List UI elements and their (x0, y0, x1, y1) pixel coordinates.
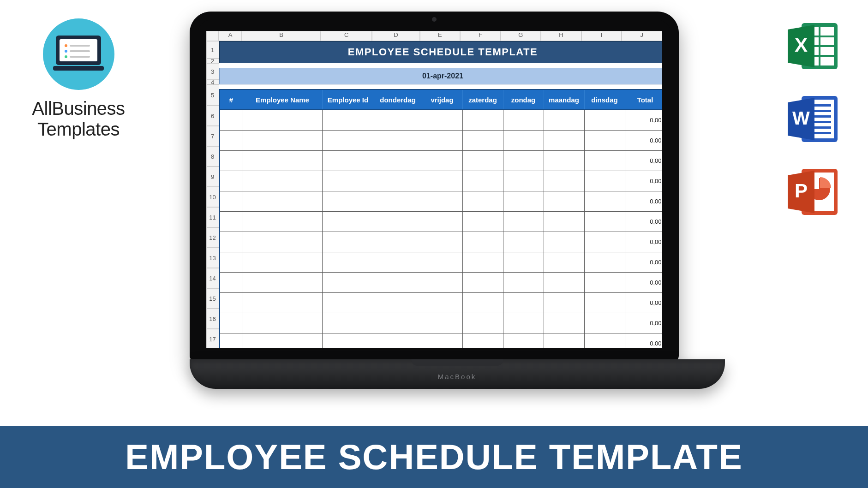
cell[interactable] (422, 293, 463, 313)
cell[interactable] (323, 313, 374, 333)
cell[interactable] (544, 191, 585, 211)
cell[interactable] (585, 293, 625, 313)
table-row[interactable]: 0,00 (220, 151, 662, 171)
col-header-H[interactable]: H (541, 31, 581, 41)
row-header-16[interactable]: 16 (206, 309, 219, 329)
table-row[interactable]: 0,00 (220, 252, 662, 273)
cell[interactable] (374, 333, 422, 348)
cell[interactable] (374, 273, 422, 292)
cell[interactable] (585, 212, 625, 232)
cell[interactable] (422, 110, 463, 130)
cell[interactable] (503, 212, 544, 232)
cell[interactable] (243, 151, 323, 171)
cell-total[interactable]: 0,00 (625, 171, 662, 191)
row-header-5[interactable]: 5 (206, 84, 219, 106)
cell[interactable] (422, 252, 463, 272)
cell[interactable] (422, 273, 463, 292)
cell[interactable] (585, 171, 625, 191)
cell[interactable] (585, 333, 625, 348)
cell[interactable] (422, 171, 463, 191)
cell[interactable] (503, 171, 544, 191)
cell[interactable] (585, 232, 625, 252)
cell[interactable] (503, 252, 544, 272)
row-header-4[interactable]: 4 (206, 80, 219, 84)
table-row[interactable]: 0,00 (220, 232, 662, 252)
cell[interactable] (243, 273, 323, 292)
cell[interactable] (374, 252, 422, 272)
table-row[interactable]: 0,00 (220, 293, 662, 313)
cell[interactable] (463, 333, 503, 348)
cell[interactable] (374, 151, 422, 171)
cell[interactable] (585, 131, 625, 150)
cell[interactable] (463, 313, 503, 333)
cell[interactable] (463, 131, 503, 150)
cell[interactable] (323, 273, 374, 292)
table-row[interactable]: 0,00 (220, 333, 662, 348)
cell[interactable] (503, 313, 544, 333)
cell-total[interactable]: 0,00 (625, 333, 662, 348)
col-header-F[interactable]: F (460, 31, 500, 41)
cell-total[interactable]: 0,00 (625, 191, 662, 211)
cell[interactable] (463, 151, 503, 171)
row-header-6[interactable]: 6 (206, 106, 219, 126)
cell[interactable] (220, 252, 243, 272)
cell[interactable] (220, 313, 243, 333)
cell[interactable] (422, 151, 463, 171)
cell[interactable] (463, 232, 503, 252)
cell[interactable] (463, 212, 503, 232)
cell[interactable] (544, 293, 585, 313)
cell[interactable] (220, 293, 243, 313)
row-header-11[interactable]: 11 (206, 207, 219, 227)
cell[interactable] (544, 273, 585, 292)
cell[interactable] (374, 171, 422, 191)
cell[interactable] (374, 191, 422, 211)
cell[interactable] (243, 191, 323, 211)
row-header-2[interactable]: 2 (206, 59, 219, 63)
cell[interactable] (503, 191, 544, 211)
cell[interactable] (422, 232, 463, 252)
cell[interactable] (544, 131, 585, 150)
cell[interactable] (243, 110, 323, 130)
cell[interactable] (503, 110, 544, 130)
cell[interactable] (323, 333, 374, 348)
cell[interactable] (220, 131, 243, 150)
cell[interactable] (544, 252, 585, 272)
cell[interactable] (243, 171, 323, 191)
cell[interactable] (374, 232, 422, 252)
cell[interactable] (220, 110, 243, 130)
cell[interactable] (323, 110, 374, 130)
cell[interactable] (463, 273, 503, 292)
table-row[interactable]: 0,00 (220, 313, 662, 333)
table-row[interactable]: 0,00 (220, 273, 662, 293)
cell[interactable] (323, 151, 374, 171)
cell[interactable] (422, 131, 463, 150)
cell[interactable] (374, 313, 422, 333)
cell[interactable] (585, 252, 625, 272)
cell-total[interactable]: 0,00 (625, 232, 662, 252)
row-header-10[interactable]: 10 (206, 187, 219, 207)
table-row[interactable]: 0,00 (220, 212, 662, 232)
cell[interactable] (243, 333, 323, 348)
cell[interactable] (374, 293, 422, 313)
cell[interactable] (544, 151, 585, 171)
cell[interactable] (463, 252, 503, 272)
cell[interactable] (243, 293, 323, 313)
col-header-E[interactable]: E (420, 31, 460, 41)
table-row[interactable]: 0,00 (220, 191, 662, 212)
cell[interactable] (503, 151, 544, 171)
row-header-17[interactable]: 17 (206, 329, 219, 348)
cell[interactable] (544, 212, 585, 232)
table-row[interactable]: 0,00 (220, 171, 662, 191)
cell[interactable] (503, 273, 544, 292)
cell[interactable] (422, 313, 463, 333)
row-header-13[interactable]: 13 (206, 248, 219, 268)
col-header-J[interactable]: J (622, 31, 662, 41)
cell[interactable] (503, 293, 544, 313)
cell[interactable] (585, 110, 625, 130)
cell[interactable] (323, 232, 374, 252)
row-header-9[interactable]: 9 (206, 167, 219, 187)
cell[interactable] (374, 110, 422, 130)
cell[interactable] (220, 151, 243, 171)
col-header-A[interactable]: A (219, 31, 242, 41)
row-header-7[interactable]: 7 (206, 126, 219, 146)
